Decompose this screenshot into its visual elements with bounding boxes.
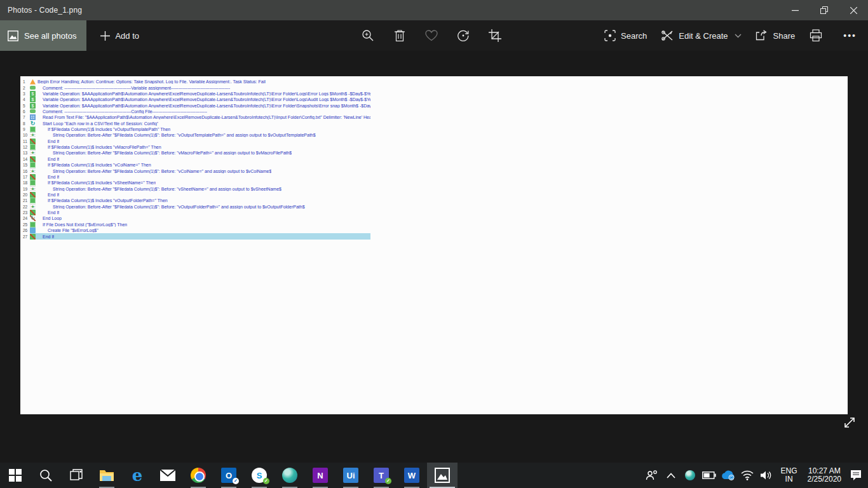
code-line-text: Comment: -------------------------------… bbox=[36, 109, 207, 114]
code-line: 23 End If bbox=[22, 210, 370, 215]
endif-icon bbox=[30, 234, 36, 240]
taskbar-photos[interactable] bbox=[427, 463, 458, 488]
line-number: 22 bbox=[22, 205, 30, 209]
minimize-button[interactable] bbox=[780, 0, 810, 20]
photo-canvas: 1 Begin Error Handling; Action: Continue… bbox=[20, 76, 848, 414]
code-line-text: End If bbox=[36, 139, 59, 144]
onedrive-icon[interactable] bbox=[720, 463, 736, 488]
language-indicator[interactable]: ENG IN bbox=[777, 467, 801, 484]
code-line: 9 If $Filedata Column(1)$ Includes "vOut… bbox=[22, 126, 370, 132]
line-number: 24 bbox=[22, 216, 30, 220]
battery-icon[interactable] bbox=[701, 463, 717, 488]
restore-button[interactable] bbox=[810, 0, 839, 20]
line-number: 14 bbox=[22, 157, 30, 161]
crop-button[interactable] bbox=[488, 29, 502, 43]
taskbar-mail[interactable] bbox=[153, 463, 183, 488]
share-button[interactable]: Share bbox=[756, 30, 796, 41]
code-line-text: If $Filedata Column(1)$ Includes "vOutpu… bbox=[36, 127, 170, 132]
code-line-text: String Operation: Before-After "$Filedat… bbox=[36, 169, 271, 173]
print-button[interactable] bbox=[809, 29, 823, 43]
webex-icon bbox=[282, 468, 297, 483]
code-line-text: String Operation: Before-After "$Filedat… bbox=[36, 133, 316, 137]
code-line-text: If $Filedata Column(1)$ Includes "vSheet… bbox=[36, 180, 156, 185]
line-number: 10 bbox=[22, 133, 30, 137]
line-number: 2 bbox=[22, 86, 30, 90]
code-line-text: Create File "$vErrorLog$" bbox=[36, 228, 98, 233]
start-button[interactable] bbox=[0, 463, 31, 488]
code-line: 12 If $Filedata Column(1)$ Includes "vMa… bbox=[22, 144, 370, 150]
endif-icon bbox=[30, 174, 36, 180]
line-number: 11 bbox=[22, 139, 30, 144]
code-line-text: If $Filedata Column(1)$ Includes "vOutpu… bbox=[36, 198, 168, 203]
taskbar-onenote[interactable]: N bbox=[305, 463, 336, 488]
task-view-button[interactable] bbox=[61, 463, 92, 488]
line-number: 23 bbox=[22, 210, 30, 215]
line-number: 3 bbox=[22, 92, 30, 96]
action-center-icon[interactable] bbox=[848, 463, 864, 488]
folder-icon bbox=[30, 227, 36, 233]
volume-icon[interactable] bbox=[758, 463, 775, 488]
taskbar-file-explorer[interactable] bbox=[92, 463, 122, 488]
wifi-icon[interactable] bbox=[739, 463, 756, 488]
mail-icon bbox=[160, 470, 175, 481]
window-title: Photos - Code_1.png bbox=[0, 6, 82, 15]
line-number: 13 bbox=[22, 151, 30, 155]
taskbar-word[interactable]: W bbox=[397, 463, 427, 488]
zoom-button[interactable] bbox=[361, 29, 375, 43]
edit-create-button[interactable]: Edit & Create bbox=[661, 30, 741, 41]
onenote-icon: N bbox=[313, 468, 328, 483]
rotate-button[interactable] bbox=[456, 29, 470, 43]
line-number: 26 bbox=[22, 228, 30, 233]
if-icon bbox=[30, 144, 36, 150]
code-line-text: Start Loop "Each row in a CSV/Text file … bbox=[36, 121, 158, 126]
task-view-icon bbox=[70, 469, 83, 482]
clock[interactable]: 10:27 AM 2/25/2020 bbox=[804, 467, 845, 484]
edge-icon: e bbox=[130, 468, 145, 483]
see-all-photos-button[interactable]: See all photos bbox=[0, 20, 86, 51]
comment-icon bbox=[30, 109, 36, 113]
fullscreen-toggle-button[interactable] bbox=[840, 413, 859, 432]
code-line-text: String Operation: Before-After "$Filedat… bbox=[36, 151, 292, 155]
code-line: 10 String Operation: Before-After "$File… bbox=[22, 132, 370, 138]
people-icon[interactable] bbox=[644, 463, 660, 488]
line-number: 15 bbox=[22, 163, 30, 167]
taskbar-skype[interactable]: S ✓ bbox=[244, 463, 275, 488]
code-line: 27 End If bbox=[22, 233, 370, 239]
photos-app-icon bbox=[435, 468, 450, 483]
webex-tray-icon[interactable] bbox=[682, 463, 698, 488]
taskbar-webex[interactable] bbox=[275, 463, 305, 488]
code-line: 1 Begin Error Handling; Action: Continue… bbox=[22, 79, 370, 85]
endif-icon bbox=[30, 210, 36, 215]
code-line: 8 Start Loop "Each row in a CSV/Text fil… bbox=[22, 121, 370, 126]
taskbar-chrome[interactable] bbox=[183, 463, 214, 488]
line-number: 17 bbox=[22, 175, 30, 179]
search-label: Search bbox=[621, 31, 647, 41]
code-line: 7 Read From Text File: "$AAApplicationPa… bbox=[22, 114, 370, 120]
taskbar-edge[interactable]: e bbox=[122, 463, 153, 488]
string-icon bbox=[30, 132, 36, 138]
see-more-button[interactable]: ••• bbox=[837, 30, 863, 41]
taskbar-search-button[interactable] bbox=[31, 463, 61, 488]
taskbar-uipath[interactable]: Ui bbox=[336, 463, 366, 488]
string-icon bbox=[30, 204, 36, 210]
windows-logo-icon bbox=[9, 469, 22, 482]
line-number: 9 bbox=[22, 127, 30, 132]
search-button[interactable]: Search bbox=[604, 30, 647, 41]
code-line: 26 Create File "$vErrorLog$" bbox=[22, 227, 370, 233]
close-button[interactable] bbox=[839, 0, 868, 20]
favorite-button[interactable] bbox=[424, 29, 438, 43]
taskbar-teams[interactable]: T ✓ bbox=[366, 463, 397, 488]
photos-icon bbox=[8, 30, 18, 41]
title-bar: Photos - Code_1.png bbox=[0, 0, 868, 20]
visual-search-icon bbox=[604, 30, 616, 41]
code-line-text: End If bbox=[36, 234, 54, 239]
share-icon bbox=[756, 30, 768, 41]
taskbar-outlook[interactable]: O ✓ bbox=[214, 463, 244, 488]
line-number: 12 bbox=[22, 145, 30, 149]
delete-button[interactable] bbox=[393, 29, 407, 43]
chevron-up-icon[interactable] bbox=[663, 463, 679, 488]
code-line-text: End If bbox=[36, 210, 59, 215]
file-explorer-icon bbox=[99, 468, 114, 482]
code-line-text: String Operation: Before-After "$Filedat… bbox=[36, 187, 281, 191]
add-to-button[interactable]: Add to bbox=[100, 31, 139, 41]
